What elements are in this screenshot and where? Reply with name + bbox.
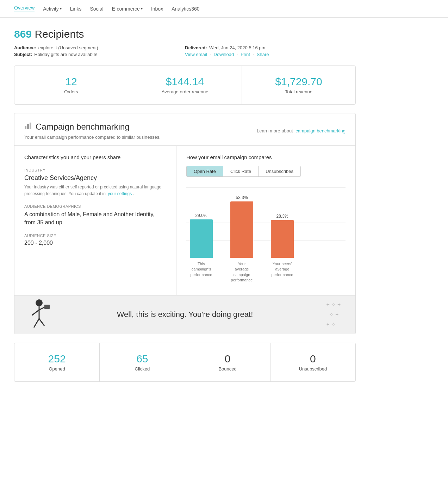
avg-order-label[interactable]: Average order revenue [135, 89, 235, 94]
unsubscribed-label: Unsubscribed [278, 366, 348, 372]
bar-pct-3: 28.3% [276, 214, 288, 219]
nav-links[interactable]: Links [70, 6, 82, 12]
chevron-down-icon: ▾ [60, 7, 62, 11]
audience-label: Audience: [14, 45, 36, 50]
size-value: 200 - 2,000 [24, 240, 166, 246]
sep2: · [237, 52, 238, 57]
avg-order-stat: $144.14 Average order revenue [128, 66, 242, 104]
chars-title: Characteristics you and your peers share [24, 154, 166, 160]
orders-label: Orders [21, 89, 121, 94]
industry-value: Creative Services/Agency [24, 174, 166, 182]
view-email-link[interactable]: View email [185, 52, 207, 57]
bar-label-1: This campaign'sperformance [190, 261, 213, 283]
campaign-benchmarking-link[interactable]: campaign benchmarking [295, 128, 346, 133]
demographics-section: Audience demographics A combination of M… [24, 204, 166, 226]
svg-rect-9 [44, 305, 50, 309]
tab-open-rate[interactable]: Open Rate [187, 166, 223, 176]
clicked-stat: 65 Clicked [100, 343, 185, 381]
opened-label: Opened [21, 366, 92, 372]
bar-group-2: 53.3% [230, 195, 253, 258]
bar-2 [230, 201, 253, 258]
orders-count: 12 [21, 76, 121, 88]
avg-order-value: $144.14 [135, 76, 235, 88]
recipients-label: Recipients [35, 28, 84, 40]
size-label: Audience size [24, 233, 166, 238]
demographics-value: A combination of Male, Female and Anothe… [24, 211, 166, 226]
clicked-label: Clicked [107, 366, 178, 372]
orders-stat: 12 Orders [14, 66, 128, 104]
celebration-figure [25, 298, 53, 334]
nav-social[interactable]: Social [90, 6, 103, 12]
bar-3 [271, 220, 294, 258]
bar-label-2: Your average campaignperformance [230, 261, 253, 283]
industry-section: Industry Creative Services/Agency Your i… [24, 168, 166, 197]
share-link[interactable]: Share [257, 52, 269, 57]
total-revenue-value: $1,729.70 [249, 76, 348, 88]
bar-1 [190, 219, 213, 258]
bounced-count: 0 [192, 353, 263, 365]
benchmarking-section: Campaign benchmarking Your email campaig… [14, 113, 356, 334]
bounced-label: Bounced [192, 366, 263, 372]
industry-desc: Your industry was either self reported o… [24, 184, 166, 197]
bench-title: Campaign benchmarking [36, 122, 130, 132]
delivered-label: Delivered: [185, 45, 207, 50]
opened-stat: 252 Opened [14, 343, 100, 381]
recipients-count: 869 [14, 28, 32, 40]
svg-line-8 [39, 319, 44, 326]
bench-header: Campaign benchmarking Your email campaig… [14, 113, 355, 145]
unsubscribed-count: 0 [278, 353, 348, 365]
svg-rect-1 [27, 124, 29, 129]
bar-label-3: Your peers' averageperformance [271, 261, 294, 283]
sep3: · [253, 52, 254, 57]
bench-learn: Learn more about campaign benchmarking [257, 128, 346, 133]
subject-label: Subject: [14, 52, 32, 57]
delivered-value: Wed, Jun 24, 2020 5:16 pm [209, 45, 265, 50]
bar-chart: 29.0% 53.3% 28.3% [186, 187, 346, 283]
main-nav: Overview Activity▾ Links Social E-commer… [0, 0, 448, 18]
nav-analytics360[interactable]: Analytics360 [172, 6, 199, 12]
stats-box: 12 Orders $144.14 Average order revenue … [14, 66, 356, 105]
nav-inbox[interactable]: Inbox [151, 6, 163, 12]
action-links: View email · Download · Print · Share [185, 52, 356, 57]
download-link[interactable]: Download [214, 52, 234, 57]
svg-line-5 [32, 310, 39, 315]
total-revenue-label[interactable]: Total revenue [249, 89, 348, 94]
bar-group-3: 28.3% [271, 214, 294, 258]
tab-click-rate[interactable]: Click Rate [223, 166, 259, 176]
industry-label: Industry [24, 168, 166, 172]
chart-title: How your email campaign compares [186, 154, 346, 160]
size-section: Audience size 200 - 2,000 [24, 233, 166, 246]
nav-activity[interactable]: Activity▾ [43, 6, 61, 12]
bar-pct-1: 29.0% [195, 213, 207, 218]
bar-group-1: 29.0% [190, 213, 213, 258]
total-revenue-stat: $1,729.70 Total revenue [242, 66, 355, 104]
nav-ecommerce[interactable]: E-commerce▾ [112, 6, 143, 12]
print-link[interactable]: Print [241, 52, 250, 57]
celebration-banner: Well, this is exciting. You're doing gre… [14, 295, 355, 334]
chart-tabs: Open Rate Click Rate Unsubscribes [186, 166, 301, 177]
bench-body: Characteristics you and your peers share… [14, 145, 355, 295]
subject-row: Subject: Holiday gifts are now available… [14, 52, 185, 57]
svg-point-3 [36, 299, 43, 306]
your-settings-link[interactable]: your settings [108, 191, 132, 196]
delivered-row: Delivered: Wed, Jun 24, 2020 5:16 pm [185, 45, 356, 50]
svg-rect-2 [30, 123, 31, 129]
unsubscribed-stat: 0 Unsubscribed [270, 343, 355, 381]
demographics-label: Audience demographics [24, 204, 166, 208]
recipients-header: 869 Recipients Audience: explore.it (Uns… [14, 28, 356, 57]
main-content: 869 Recipients Audience: explore.it (Uns… [0, 18, 370, 401]
stars-decoration: ✦ ✧ ✦ ✧ ✦ ✦ ✧ [326, 300, 341, 329]
bench-right: How your email campaign compares Open Ra… [176, 146, 355, 295]
audience-value: explore.it (Unsaved segment) [38, 45, 98, 50]
sep1: · [210, 52, 211, 57]
celebration-text: Well, this is exciting. You're doing gre… [117, 310, 253, 319]
svg-rect-0 [25, 126, 26, 129]
opened-count: 252 [21, 353, 92, 365]
recipients-title: 869 Recipients [14, 28, 356, 40]
audience-row: Audience: explore.it (Unsaved segment) [14, 45, 185, 50]
bench-subtitle: Your email campaign performance compared… [24, 135, 161, 140]
nav-overview[interactable]: Overview [14, 5, 35, 12]
subject-value: Holiday gifts are now available! [34, 52, 97, 57]
bar-pct-2: 53.3% [236, 195, 248, 200]
tab-unsubscribes[interactable]: Unsubscribes [259, 166, 300, 176]
